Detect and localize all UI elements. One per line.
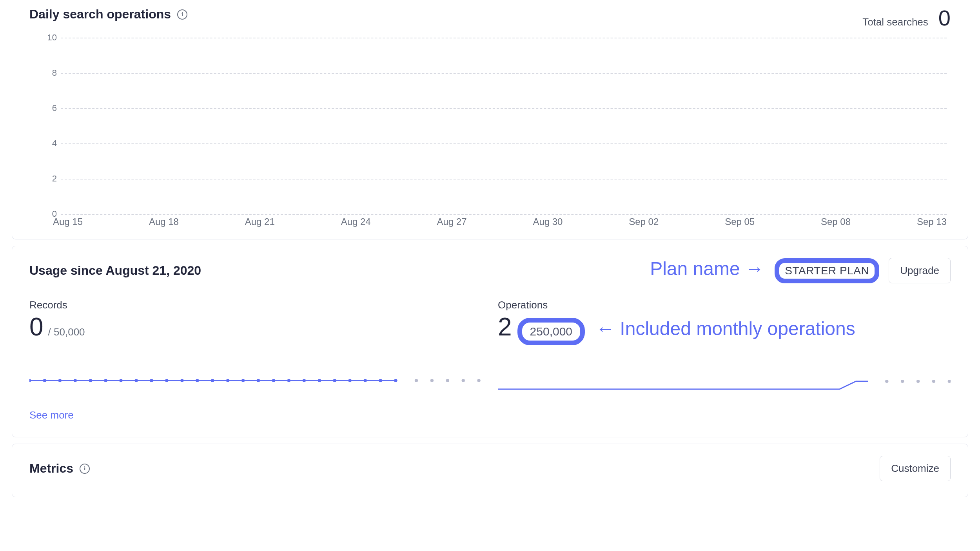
chart-x-tick: Sep 13 xyxy=(917,216,947,227)
svg-point-18 xyxy=(287,379,290,382)
chart-gridline xyxy=(61,214,947,215)
chart-gridline xyxy=(61,38,947,38)
daily-title: Daily search operations xyxy=(29,7,171,22)
chart-gridline xyxy=(61,143,947,144)
svg-point-16 xyxy=(257,379,260,382)
svg-point-34 xyxy=(932,380,935,383)
svg-point-35 xyxy=(948,380,951,383)
svg-point-27 xyxy=(430,379,434,382)
records-label: Records xyxy=(29,299,482,311)
records-limit: / 50,000 xyxy=(48,326,85,338)
chart-x-tick: Sep 02 xyxy=(629,216,659,227)
usage-title: Usage since August 21, 2020 xyxy=(29,263,201,278)
usage-records: Records 0 / 50,000 See more xyxy=(29,299,482,421)
daily-chart: 1086420 xyxy=(45,38,947,214)
svg-point-29 xyxy=(462,379,465,382)
svg-point-30 xyxy=(477,379,480,382)
svg-point-6 xyxy=(104,379,107,382)
svg-point-25 xyxy=(394,379,397,382)
see-more-link[interactable]: See more xyxy=(29,409,74,421)
plan-badge-text: STARTER PLAN xyxy=(785,265,869,277)
svg-point-20 xyxy=(318,379,321,382)
total-searches-value: 0 xyxy=(938,7,951,29)
svg-point-24 xyxy=(379,379,382,382)
chart-gridline xyxy=(61,73,947,74)
chart-x-tick: Aug 30 xyxy=(533,216,563,227)
daily-chart-x-axis: Aug 15Aug 18Aug 21Aug 24Aug 27Aug 30Sep … xyxy=(53,216,947,227)
chart-gridline xyxy=(61,108,947,109)
info-icon[interactable]: i xyxy=(80,464,90,474)
chart-y-tick: 8 xyxy=(41,68,57,78)
svg-point-1 xyxy=(29,379,31,382)
svg-point-19 xyxy=(303,379,306,382)
svg-point-4 xyxy=(74,379,77,382)
chart-y-tick: 10 xyxy=(41,33,57,43)
daily-header: Daily search operations i Total searches… xyxy=(29,7,951,29)
svg-point-14 xyxy=(226,379,229,382)
chart-gridline xyxy=(61,179,947,179)
svg-point-32 xyxy=(901,380,904,383)
operations-sparkline xyxy=(498,377,951,396)
chart-x-tick: Aug 18 xyxy=(149,216,179,227)
chart-y-tick: 2 xyxy=(41,174,57,184)
total-searches: Total searches 0 xyxy=(862,7,951,29)
chart-y-tick: 0 xyxy=(41,209,57,219)
svg-point-12 xyxy=(196,379,199,382)
plan-badge: STARTER PLAN xyxy=(775,258,879,283)
usage-header: Usage since August 21, 2020 STARTER PLAN… xyxy=(29,258,951,283)
svg-point-10 xyxy=(165,379,168,382)
operations-label: Operations xyxy=(498,299,951,311)
svg-point-11 xyxy=(180,379,183,382)
svg-point-22 xyxy=(348,379,351,382)
svg-point-13 xyxy=(211,379,214,382)
svg-point-7 xyxy=(119,379,122,382)
usage-operations: Operations 2 250,000 ← Included monthly … xyxy=(498,299,951,421)
total-searches-label: Total searches xyxy=(862,16,928,28)
svg-point-31 xyxy=(885,380,888,383)
svg-point-3 xyxy=(58,379,62,382)
chart-x-tick: Aug 24 xyxy=(341,216,371,227)
svg-point-5 xyxy=(89,379,92,382)
chart-x-tick: Aug 27 xyxy=(437,216,467,227)
svg-point-26 xyxy=(415,379,418,382)
svg-point-23 xyxy=(363,379,367,382)
chart-x-tick: Sep 08 xyxy=(821,216,851,227)
operations-value: 2 xyxy=(498,314,512,339)
svg-point-33 xyxy=(916,380,920,383)
metrics-card: Metrics i Customize xyxy=(12,444,968,497)
info-icon[interactable]: i xyxy=(177,9,187,20)
chart-x-tick: Aug 15 xyxy=(53,216,83,227)
operations-limit: 250,000 xyxy=(517,318,585,345)
records-sparkline xyxy=(29,371,482,390)
records-value: 0 xyxy=(29,314,44,339)
chart-x-tick: Aug 21 xyxy=(245,216,275,227)
svg-point-28 xyxy=(446,379,449,382)
chart-y-tick: 4 xyxy=(41,138,57,149)
customize-button[interactable]: Customize xyxy=(880,456,951,481)
upgrade-button[interactable]: Upgrade xyxy=(889,258,951,283)
usage-card: Usage since August 21, 2020 STARTER PLAN… xyxy=(12,246,968,437)
metrics-title: Metrics xyxy=(29,461,73,476)
svg-point-8 xyxy=(134,379,138,382)
chart-x-tick: Sep 05 xyxy=(725,216,755,227)
svg-point-21 xyxy=(333,379,336,382)
svg-point-9 xyxy=(150,379,153,382)
svg-point-17 xyxy=(272,379,275,382)
daily-search-operations-card: Daily search operations i Total searches… xyxy=(12,0,968,239)
svg-point-15 xyxy=(241,379,245,382)
chart-y-tick: 6 xyxy=(41,103,57,113)
svg-point-2 xyxy=(43,379,46,382)
